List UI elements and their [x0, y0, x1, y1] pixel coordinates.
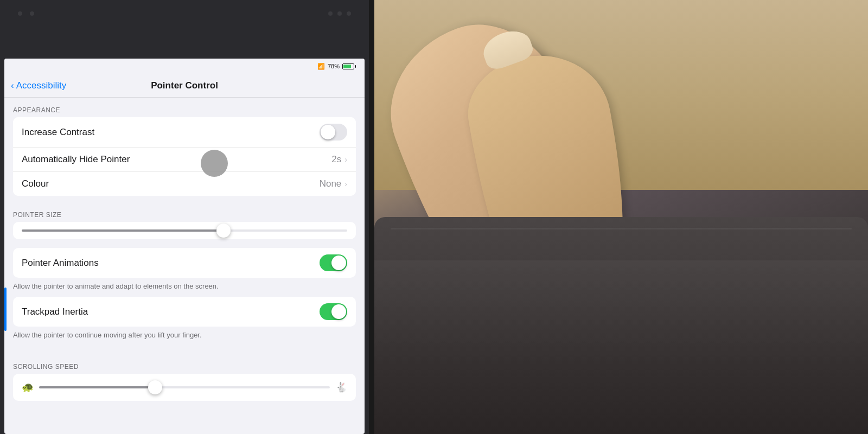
scrolling-slider-row: 🐢 🐇: [13, 374, 356, 401]
spacer-1: [4, 239, 365, 248]
trackpad-inertia-label: Trackpad Inertia: [22, 307, 88, 317]
scroll-speed-track: [39, 386, 330, 388]
increase-contrast-label: Increase Contrast: [22, 127, 94, 138]
toggle-thumb-3: [331, 304, 346, 319]
ipad-device: 📶 78% ‹ Accessibility Pointer Contro: [0, 0, 374, 434]
speaker: [327, 11, 353, 16]
auto-hide-label: Automatically Hide Pointer: [22, 154, 130, 165]
toggle-thumb-2: [331, 256, 346, 270]
chevron-right-icon: ›: [344, 155, 347, 164]
blue-accent: [4, 288, 7, 331]
auto-hide-row[interactable]: Automatically Hide Pointer 2s ›: [13, 148, 356, 172]
pointer-animations-toggle[interactable]: [320, 254, 347, 271]
status-icons: 📶 78%: [317, 63, 356, 70]
back-button[interactable]: ‹ Accessibility: [11, 80, 66, 91]
trackpad-inertia-row: Trackpad Inertia: [13, 297, 356, 327]
trackpad-inertia-group: Trackpad Inertia: [13, 297, 356, 327]
mic-dot: [30, 11, 34, 16]
colour-value: None ›: [320, 178, 347, 189]
scroll-fill: [39, 386, 155, 388]
scroll-speed-thumb[interactable]: [148, 380, 162, 394]
ipad-top-bar: [0, 0, 369, 27]
increase-contrast-row: Increase Contrast: [13, 117, 356, 148]
pointer-size-thumb[interactable]: [216, 224, 231, 238]
battery-icon: [342, 63, 356, 69]
scroll-fast-icon: 🐇: [335, 381, 347, 393]
trackpad-inertia-desc: Allow the pointer to continue moving aft…: [4, 327, 365, 346]
colour-label: Colour: [22, 178, 49, 189]
ipad-screen: 📶 78% ‹ Accessibility Pointer Contro: [4, 59, 365, 434]
scrolling-speed-section: SCROLLING SPEED 🐢 🐇: [4, 354, 365, 401]
trackpad-line: [391, 228, 852, 229]
battery-percent: 78%: [328, 63, 340, 69]
settings-content: APPEARANCE Increase Contrast Automatical…: [4, 98, 365, 434]
auto-hide-detail: 2s: [331, 154, 341, 165]
page-title: Pointer Control: [151, 80, 218, 91]
pointer-cursor: [201, 150, 228, 177]
trackpad-device: [374, 217, 868, 434]
wifi-icon: 📶: [317, 63, 325, 70]
front-camera: [16, 11, 36, 16]
appearance-group: Increase Contrast Automatically Hide Poi…: [13, 117, 356, 196]
chevron-left-icon: ‹: [11, 80, 14, 91]
nav-bar: ‹ Accessibility Pointer Control: [4, 74, 365, 98]
colour-row[interactable]: Colour None ›: [13, 172, 356, 196]
pointer-animations-group: Pointer Animations: [13, 248, 356, 278]
pointer-animations-desc: Allow the pointer to animate and adapt t…: [4, 278, 365, 297]
auto-hide-value: 2s ›: [331, 154, 347, 165]
appearance-section-label: APPEARANCE: [4, 98, 365, 117]
pointer-size-label: POINTER SIZE: [13, 205, 356, 222]
trackpad-inertia-toggle[interactable]: [320, 303, 347, 320]
trackpad-sheen: [374, 260, 868, 369]
scroll-slow-icon: 🐢: [22, 381, 34, 393]
chevron-right-icon-2: ›: [344, 180, 347, 188]
slider-fill: [22, 229, 224, 232]
pointer-size-section: POINTER SIZE: [13, 205, 356, 239]
status-bar: 📶 78%: [4, 59, 365, 74]
pointer-size-slider-container: [13, 222, 356, 239]
pointer-animations-row: Pointer Animations: [13, 248, 356, 278]
scrolling-speed-label: SCROLLING SPEED: [4, 354, 365, 374]
ipad-bezel: 📶 78% ‹ Accessibility Pointer Contro: [0, 0, 369, 434]
pointer-size-track: [22, 229, 347, 232]
increase-contrast-toggle[interactable]: [320, 124, 347, 141]
toggle-thumb: [321, 125, 335, 139]
hand-photo-area: [374, 0, 868, 434]
back-label[interactable]: Accessibility: [16, 80, 67, 91]
pointer-animations-label: Pointer Animations: [22, 258, 99, 269]
colour-detail: None: [320, 178, 342, 189]
camera-dot: [18, 11, 22, 16]
